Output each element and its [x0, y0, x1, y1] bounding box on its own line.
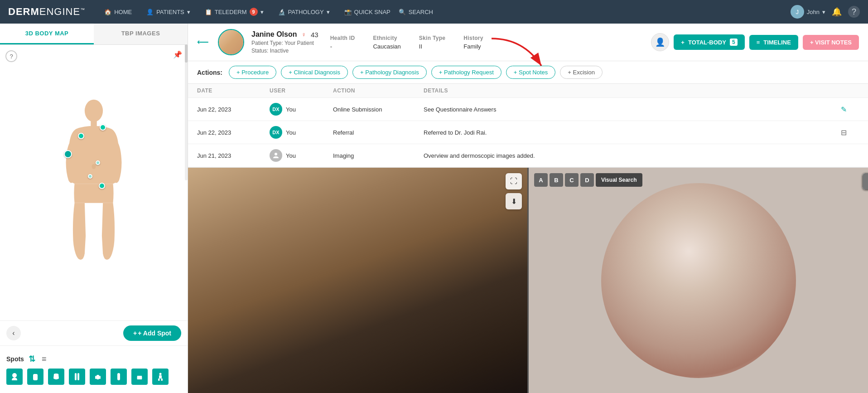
spots-icons-row	[0, 367, 188, 389]
spot-icon-legs[interactable]	[69, 369, 85, 385]
history-value: Family	[463, 43, 483, 50]
pathology-diagnosis-button[interactable]: + Pathology Diagnosis	[352, 66, 427, 79]
body-map-area: ? 📌	[0, 45, 188, 320]
spot-icon-full-body[interactable]	[152, 369, 169, 385]
dermoscope-tab-c[interactable]: C	[565, 173, 579, 187]
body-svg	[44, 97, 144, 269]
user-dropdown-icon: ▾	[822, 9, 825, 15]
add-spot-button[interactable]: + + Add Spot	[123, 325, 181, 341]
nav-user[interactable]: J John ▾	[791, 5, 825, 19]
user-avatar: J	[791, 5, 804, 19]
table-header: DATE USER ACTION DETAILS	[188, 84, 868, 98]
help-button[interactable]: ?	[848, 6, 860, 18]
text-overlay-button[interactable]: T	[863, 173, 868, 189]
pin-icon[interactable]: 📌	[173, 50, 182, 59]
history-label: History	[463, 35, 483, 41]
spot-notes-button[interactable]: + Spot Notes	[506, 66, 556, 79]
table-row: Jun 21, 2023 You Imaging Overview and de…	[188, 144, 868, 167]
nav-pathology[interactable]: 🔬 PATHOLOGY ▾	[272, 6, 336, 18]
left-sidebar: 3D BODY MAP TBP IMAGES ? 📌	[0, 24, 188, 393]
spot-icon-shin[interactable]	[111, 369, 127, 385]
nav-quicksnap[interactable]: 📸 QUICK SNAP	[338, 6, 397, 18]
row2-details: Referred to Dr. Jodi Rai.	[424, 129, 841, 136]
body-spot-1[interactable]	[100, 124, 106, 131]
home-icon: 🏠	[104, 9, 111, 15]
patient-name: Janine Olson	[251, 30, 297, 39]
nav-home[interactable]: 🏠 HOME	[98, 6, 138, 18]
body-spot-6[interactable]	[99, 183, 105, 189]
excision-button[interactable]: + Excision	[560, 66, 603, 79]
spot-icon-torso-back[interactable]	[48, 369, 64, 385]
row1-avatar: DX	[270, 103, 282, 116]
total-body-badge: 5	[730, 39, 738, 46]
sidebar-tabs: 3D BODY MAP TBP IMAGES	[0, 24, 188, 45]
row1-date: Jun 22, 2023	[197, 106, 270, 113]
expand-icon: ⛶	[510, 177, 517, 185]
header-actions: 👤 + TOTAL-BODY 5 ≡ TIMELINE + VISIT NOTE…	[651, 33, 859, 51]
patient-name-row: Janine Olson ♀ 43	[251, 30, 318, 39]
body-spot-4[interactable]	[96, 160, 100, 165]
procedure-button[interactable]: + Procedure	[229, 66, 276, 79]
nav-telederm[interactable]: 📋 TELEDERM 9 ▾	[198, 5, 270, 19]
svg-rect-7	[96, 375, 99, 379]
nav-right: J John ▾ 🔔 ?	[791, 5, 860, 19]
profile-button[interactable]: 👤	[651, 33, 669, 51]
timeline-button[interactable]: ≡ TIMELINE	[749, 35, 798, 50]
row2-action: Referral	[333, 129, 424, 136]
visual-search-button[interactable]: Visual Search	[596, 173, 642, 187]
tab-tbp-images[interactable]: TBP IMAGES	[94, 24, 188, 44]
actions-row: Actions: + Procedure + Clinical Diagnosi…	[188, 61, 868, 84]
svg-point-16	[275, 153, 277, 155]
help-icon-button[interactable]: ?	[5, 50, 17, 62]
nav-patients[interactable]: 👤 PATIENTS ▾	[140, 6, 197, 18]
svg-rect-9	[99, 376, 101, 379]
spot-icon-head[interactable]	[6, 369, 23, 385]
expand-image-button[interactable]: ⛶	[506, 173, 522, 189]
sort-icon[interactable]: ⇅	[29, 354, 35, 364]
spot-icon-hand[interactable]	[90, 369, 106, 385]
dermoscope-tab-d[interactable]: D	[580, 173, 594, 187]
patient-avatar	[218, 29, 244, 55]
actions-label: Actions:	[197, 69, 222, 76]
patient-back-arrow[interactable]: ⟵	[197, 37, 209, 47]
telederm-icon: 📋	[205, 9, 212, 15]
tab-3d-body-map[interactable]: 3D BODY MAP	[0, 24, 94, 44]
col-date: DATE	[197, 87, 270, 94]
health-id-value: -	[330, 43, 355, 50]
body-spot-2[interactable]	[78, 133, 84, 139]
spot-icon-foot[interactable]	[131, 369, 148, 385]
notification-bell[interactable]: 🔔	[832, 7, 842, 17]
row3-details: Overview and dermoscopic images added.	[424, 152, 841, 159]
body-spot-5[interactable]	[88, 174, 92, 179]
user-profile-icon: 👤	[655, 37, 665, 47]
dermoscope-tab-b[interactable]: B	[550, 173, 563, 187]
timeline-icon: ≡	[757, 39, 760, 46]
visit-notes-button[interactable]: + VISIT NOTES	[803, 35, 859, 50]
right-image-panel: A B C D Visual Search ⛶ ⬇	[527, 168, 868, 393]
spot-icon-torso-front[interactable]	[27, 369, 43, 385]
filter-icon[interactable]: ≡	[42, 354, 47, 364]
search-icon: 🔍	[399, 9, 406, 15]
col-details: DETAILS	[424, 87, 841, 94]
body-spot-3[interactable]	[64, 150, 72, 158]
download-image-button[interactable]: ⬇	[506, 193, 522, 209]
svg-point-3	[12, 373, 17, 378]
clinical-diagnosis-button[interactable]: + Clinical Diagnosis	[281, 66, 348, 79]
gender-icon: ♀	[301, 31, 306, 38]
nav-search[interactable]: 🔍 SEARCH	[399, 9, 433, 15]
pathology-dropdown-icon: ▾	[327, 9, 330, 15]
patient-type: Patient Type: Your Patient	[251, 40, 318, 46]
row2-avatar: DX	[270, 126, 282, 139]
ethnicity-field: Ethnicity Caucasian	[373, 35, 400, 50]
brand-logo[interactable]: DERMENGINE™	[8, 6, 85, 18]
row2-edit-icon[interactable]: ⊟	[841, 128, 859, 137]
svg-rect-6	[77, 373, 79, 380]
pathology-request-button[interactable]: + Pathology Request	[431, 66, 502, 79]
row1-edit-icon[interactable]: ✎	[841, 105, 859, 114]
dermoscope-tab-a[interactable]: A	[534, 173, 548, 187]
svg-point-2	[92, 164, 96, 169]
back-button[interactable]: ‹	[6, 326, 21, 340]
total-body-button[interactable]: + TOTAL-BODY 5	[674, 34, 744, 50]
top-navigation: DERMENGINE™ 🏠 HOME 👤 PATIENTS ▾ 📋 TELEDE…	[0, 0, 868, 24]
download-icon: ⬇	[511, 197, 517, 206]
